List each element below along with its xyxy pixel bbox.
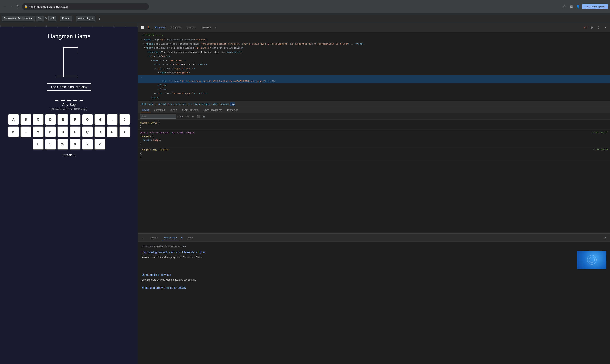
blank-3: _ [67, 94, 71, 101]
dom-line[interactable]: ▶<div class="answerWrapper"> … </div> [138, 92, 610, 96]
dimensions-selector[interactable]: Dimensions: Responsive ▼ [2, 16, 35, 21]
star-button[interactable]: ☆ [561, 4, 567, 9]
throttling-selector[interactable]: No throttling ▼ [76, 16, 95, 21]
close-whats-new-x[interactable]: ✕ [181, 236, 183, 239]
key-r[interactable]: R [95, 127, 105, 137]
bottom-tab-console[interactable]: Console [148, 235, 161, 240]
address-bar[interactable]: 🔒 habib-hangman-game.netlify.app [22, 3, 149, 10]
dom-line[interactable]: ▶<html lang="en" data-locator-target="vs… [138, 38, 610, 42]
styles-tab-dom-breakpoints[interactable]: DOM Breakpoints [201, 107, 225, 113]
dom-line[interactable]: ▼<div class="container"> [138, 59, 610, 63]
tab-elements[interactable]: Elements [152, 25, 168, 30]
width-input[interactable]: 631 [36, 16, 44, 21]
styles-tab-styles[interactable]: Styles [140, 107, 151, 113]
reload-button[interactable]: ↻ [15, 4, 20, 9]
breadcrumb-img[interactable]: img [230, 102, 235, 106]
wn-section-3-title[interactable]: Enhanced pretty-printing for JSON [142, 286, 606, 289]
breadcrumb-hangman[interactable]: div.hangman [213, 102, 230, 106]
relaunch-button[interactable]: Relaunch to update [582, 4, 608, 9]
wn-video-thumbnail[interactable]: ▶ [577, 251, 606, 269]
dom-line[interactable]: </div> [138, 100, 610, 101]
bottom-tab-whats-new[interactable]: What's New [162, 235, 179, 240]
more-options-button[interactable]: ⋮ [96, 15, 102, 21]
more-tabs-button[interactable]: » [214, 25, 218, 30]
key-q[interactable]: Q [82, 127, 93, 137]
key-u[interactable]: U [33, 139, 44, 150]
dom-line[interactable]: … [138, 75, 610, 79]
bottom-panel-more-button[interactable]: ⋮ [141, 235, 146, 240]
key-t[interactable]: T [119, 127, 130, 137]
devtools-close-button[interactable]: ✕ [603, 25, 608, 30]
styles-filter-input[interactable] [140, 114, 176, 119]
key-z[interactable]: Z [95, 139, 105, 150]
key-d[interactable]: D [45, 114, 56, 125]
breadcrumb-container[interactable]: div.container [167, 102, 187, 106]
key-k[interactable]: K [8, 127, 19, 137]
wn-section-2-text: Emulate more devices with the updated de… [142, 278, 606, 282]
breadcrumb-root[interactable]: div#root [154, 102, 167, 106]
key-o[interactable]: O [57, 127, 68, 137]
styles-tab-layout[interactable]: Layout [167, 107, 179, 113]
bottom-tab-issues[interactable]: Issues [184, 235, 196, 240]
breadcrumb-html[interactable]: html [140, 102, 147, 106]
svg-point-5 [589, 257, 595, 262]
key-x[interactable]: X [70, 139, 81, 150]
key-e[interactable]: E [57, 114, 68, 125]
styles-tab-event-listeners[interactable]: Event Listeners [179, 107, 201, 113]
dom-line[interactable]: ▼<div id="root"> [138, 54, 610, 59]
styles-tab-computed[interactable]: Computed [151, 107, 167, 113]
dom-line[interactable]: ▼<div class="hangman"> [138, 71, 610, 75]
forward-button[interactable]: → [9, 4, 14, 9]
key-g[interactable]: G [82, 114, 93, 125]
dom-line-selected[interactable]: <img alt src="data:image/png;base64,iVBO… [138, 79, 610, 83]
blank-4: _ [73, 94, 77, 101]
key-h[interactable]: H [95, 114, 105, 125]
key-y[interactable]: Y [82, 139, 93, 150]
styles-tab-properties[interactable]: Properties [225, 107, 241, 113]
styles-add-rule-button[interactable]: + [191, 115, 195, 118]
back-button[interactable]: ← [2, 4, 7, 9]
height-input[interactable]: 922 [48, 16, 56, 21]
dom-line[interactable]: ▶<head data-locator-hook-status-message=… [138, 42, 610, 46]
bottom-panel-header: ⋮ Console What's New ✕ Issues ✕ [138, 234, 610, 242]
dom-line[interactable]: ▼<body data-new-gr-c-s-check-loaded="14.… [138, 46, 610, 50]
dom-line[interactable]: <div class="title">Hangman Game</div> [138, 63, 610, 67]
key-w[interactable]: W [57, 139, 68, 150]
wn-section-1-title[interactable]: Improved @property section in Elements >… [142, 251, 606, 254]
zoom-selector[interactable]: 95% ▼ [60, 16, 72, 21]
styles-inspect-button[interactable]: ⬛ [196, 115, 200, 118]
key-i[interactable]: I [107, 114, 118, 125]
inspect-element-button[interactable]: ⬜ [140, 25, 145, 30]
key-m[interactable]: M [33, 127, 44, 137]
tab-sources[interactable]: Sources [184, 25, 198, 30]
key-j[interactable]: J [119, 114, 130, 125]
devtools-settings-button[interactable]: ⚙ [589, 25, 594, 30]
key-v[interactable]: V [45, 139, 56, 150]
device-toolbar-button[interactable]: 📱 [146, 25, 151, 30]
dom-line[interactable]: ▼<div class="figureWrapper"> [138, 67, 610, 71]
wn-section-2-title[interactable]: Updated list of devices [142, 273, 606, 276]
dom-line[interactable]: <!DOCTYPE html> [138, 34, 610, 38]
bottom-panel-close-button[interactable]: ✕ [603, 235, 608, 240]
extension-button[interactable]: ⊞ [569, 4, 574, 9]
breadcrumb-body[interactable]: body [147, 102, 154, 106]
key-f[interactable]: F [70, 114, 81, 125]
key-p[interactable]: P [70, 127, 81, 137]
key-s[interactable]: S [107, 127, 118, 137]
hangman-figure [53, 44, 85, 80]
key-n[interactable]: N [45, 127, 56, 137]
dom-line[interactable]: </div> [138, 96, 610, 100]
key-l[interactable]: L [20, 127, 31, 137]
key-a[interactable]: A [8, 114, 19, 125]
dom-line[interactable]: <noscript>You need to enable JavaScript … [138, 50, 610, 54]
key-b[interactable]: B [20, 114, 31, 125]
key-c[interactable]: C [33, 114, 44, 125]
dom-line[interactable]: </div> [138, 88, 610, 92]
tab-network[interactable]: Network [199, 25, 213, 30]
dom-line[interactable]: </div> [138, 83, 610, 88]
tab-console[interactable]: Console [169, 25, 183, 30]
styles-toggle-button[interactable]: ⊞ [202, 115, 206, 118]
devtools-more-button[interactable]: ⋮ [596, 25, 601, 30]
breadcrumb-figurewrapper[interactable]: div.figureWrapper [187, 102, 213, 106]
profile-button[interactable]: 👤 [575, 4, 581, 9]
